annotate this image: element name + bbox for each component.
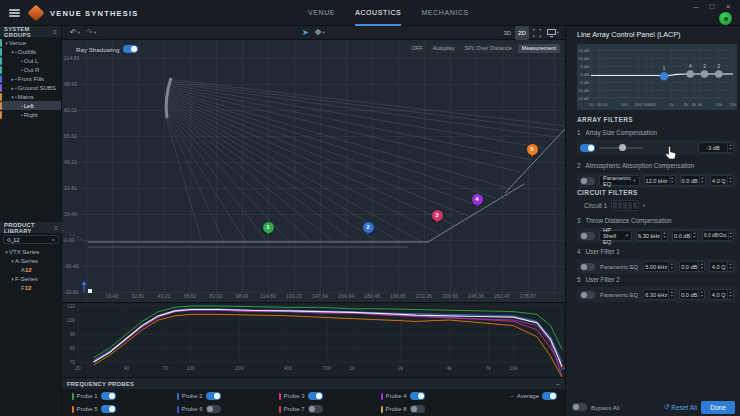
- product-vtx-series[interactable]: ▾VTX Series: [0, 247, 62, 256]
- probe-marker-1[interactable]: 1: [263, 222, 274, 233]
- array-size-slider[interactable]: [599, 147, 643, 149]
- probe-toggle[interactable]: [101, 405, 116, 413]
- reset-all-button[interactable]: ↺Reset All: [664, 403, 697, 411]
- product-a12[interactable]: A12: [0, 265, 62, 274]
- group-label: Right: [24, 112, 38, 118]
- x-ruler-label: 180.45: [362, 293, 382, 299]
- view-3d-button[interactable]: 3D: [501, 27, 513, 39]
- probe-toggle[interactable]: [308, 405, 323, 413]
- filter-5-gain-field[interactable]: 0.0 dB▲▼: [679, 289, 705, 300]
- probe-toggle[interactable]: [206, 392, 221, 400]
- filter-3-slope-field[interactable]: 6.0 dB/Oct▲▼: [702, 230, 734, 241]
- system-group-venue[interactable]: ▾Venue: [0, 38, 61, 47]
- acoustic-section-canvas[interactable]: Ray Shadowing OFFAutoplaySPL Over Distan…: [62, 40, 565, 302]
- probe-marker-3[interactable]: 3: [432, 210, 443, 221]
- mode-tab-off[interactable]: OFF: [407, 44, 426, 53]
- user-avatar[interactable]: [718, 11, 733, 26]
- eq-point-1[interactable]: [660, 72, 668, 80]
- y-ruler-label: 49.21: [64, 159, 77, 165]
- average-toggle[interactable]: [542, 392, 557, 400]
- probe-toggle[interactable]: [206, 405, 221, 413]
- minimize-button[interactable]: –: [688, 0, 704, 14]
- chevron-down-icon[interactable]: ▾: [643, 203, 645, 208]
- svg-text:1k: 1k: [669, 102, 674, 107]
- filter-2-gain-field[interactable]: 0.0 dB▲▼: [680, 175, 706, 186]
- mode-tab-autoplay[interactable]: Autoplay: [429, 44, 459, 53]
- probe-marker-5[interactable]: 5: [527, 144, 538, 155]
- filter-5-toggle[interactable]: [580, 291, 595, 299]
- frequency-response-chart: 1101009080702040701002004007001k2k4k7k10…: [62, 302, 565, 377]
- filter-5-freq-field[interactable]: 6.30 kHz▲▼: [643, 289, 675, 300]
- panel-options-icon[interactable]: ≡: [54, 225, 58, 231]
- circuit-filters-header: CIRCUIT FILTERS: [577, 189, 638, 196]
- fit-view-icon[interactable]: [531, 29, 543, 37]
- filter-1-toggle[interactable]: [580, 144, 595, 152]
- product-a-series[interactable]: ▾A-Series: [0, 256, 62, 265]
- probe-toggle[interactable]: [308, 392, 323, 400]
- probe-toggle[interactable]: [410, 392, 425, 400]
- pan-tool-button[interactable]: ✥▾: [313, 27, 327, 39]
- tree-bullet-icon: •: [15, 94, 17, 100]
- eq-point-4[interactable]: [686, 70, 694, 78]
- product-f12[interactable]: F12: [0, 283, 62, 292]
- system-group-ground-subs[interactable]: ▸•Ground SUBS: [0, 83, 61, 92]
- maximize-button[interactable]: □: [704, 0, 720, 14]
- product-f-series[interactable]: ▾F-Series: [0, 274, 62, 283]
- x-ruler-label: 65.62: [180, 293, 200, 299]
- system-group-out-l[interactable]: •Out L: [0, 56, 61, 65]
- filter-3-type-select[interactable]: HP Shelf EQ▾: [599, 230, 632, 241]
- filter-2-type-select[interactable]: Parametric EQ▾: [599, 175, 640, 186]
- mode-tab-spl-over-distance[interactable]: SPL Over Distance: [460, 44, 515, 53]
- x-ruler-label: 147.64: [310, 293, 330, 299]
- filter-4-q-field[interactable]: 4.0 Q▲▼: [709, 261, 734, 272]
- system-group-front-fills[interactable]: ▸•Front Fills: [0, 74, 61, 83]
- filter-1-value-field[interactable]: -3 dB▲▼: [698, 142, 734, 153]
- select-tool-button[interactable]: ➤: [300, 27, 311, 39]
- probe-toggle[interactable]: [101, 392, 116, 400]
- display-options-icon[interactable]: ▾: [545, 27, 561, 39]
- probe-marker-2[interactable]: 2: [363, 222, 374, 233]
- panel-options-icon[interactable]: ≡: [53, 29, 57, 35]
- filter-4-gain-field[interactable]: 0.0 dB▲▼: [679, 261, 705, 272]
- view-2d-button[interactable]: 2D: [515, 26, 529, 40]
- eq-point-3[interactable]: [701, 70, 709, 78]
- probe-label: Probe 4: [386, 393, 407, 399]
- circuit-segment-display[interactable]: [611, 200, 639, 211]
- bypass-all-label: Bypass All: [591, 404, 620, 411]
- system-group-outfills[interactable]: ▾•Outfills: [0, 47, 61, 56]
- filter-5-q-field[interactable]: 4.0 Q▲▼: [709, 289, 734, 300]
- filter-2-toggle[interactable]: [580, 177, 595, 185]
- probe-toggle[interactable]: [410, 405, 425, 413]
- filter-4-freq-field[interactable]: 5.00 kHz▲▼: [643, 261, 675, 272]
- filter-2-q-field[interactable]: 4.0 Q▲▼: [710, 175, 734, 186]
- group-label: Mains: [18, 94, 34, 100]
- tab-acoustics[interactable]: ACOUSTICS: [355, 0, 401, 26]
- done-button[interactable]: Done: [701, 401, 735, 414]
- system-group-out-r[interactable]: •Out R: [0, 65, 61, 74]
- eq-graph[interactable]: 24 dB16 dB8 dB0 dB-8 dB-16 dB-24 dB20304…: [577, 44, 737, 110]
- collapse-panel-icon[interactable]: −: [556, 381, 560, 387]
- filter-3-gain-field[interactable]: 0.0 dB▲▼: [672, 230, 698, 241]
- redo-button[interactable]: ↷▾: [84, 27, 98, 39]
- system-group-left[interactable]: •Left: [0, 101, 61, 110]
- system-group-mains[interactable]: ▾•Mains: [0, 92, 61, 101]
- tab-mechanics[interactable]: MECHANICS: [421, 0, 468, 26]
- probe-marker-4[interactable]: 4: [472, 194, 483, 205]
- frequency-probes-header: FREQUENCY PROBES −: [62, 378, 565, 389]
- filter-3-freq-field[interactable]: 6.30 kHz▲▼: [636, 230, 668, 241]
- filter-2-freq-field[interactable]: 12.0 kHz▲▼: [644, 175, 676, 186]
- filter-4-toggle[interactable]: [580, 263, 595, 271]
- tab-venue[interactable]: VENUE: [308, 0, 335, 26]
- svg-text:24 dB: 24 dB: [578, 48, 589, 53]
- eq-point-2[interactable]: [715, 70, 723, 78]
- ray-shadowing-toggle[interactable]: [123, 45, 138, 53]
- hamburger-menu-icon[interactable]: [9, 9, 20, 17]
- filter-3-toggle[interactable]: [580, 232, 595, 240]
- mode-tab-measurement[interactable]: Measurement: [518, 44, 560, 53]
- clear-search-icon[interactable]: ×: [51, 237, 55, 243]
- bypass-all-toggle[interactable]: [572, 403, 587, 411]
- group-color-bar: [0, 93, 2, 101]
- undo-button[interactable]: ↶▾: [68, 27, 82, 39]
- system-group-right[interactable]: •Right: [0, 110, 61, 119]
- product-search-input[interactable]: 12 ×: [3, 235, 59, 244]
